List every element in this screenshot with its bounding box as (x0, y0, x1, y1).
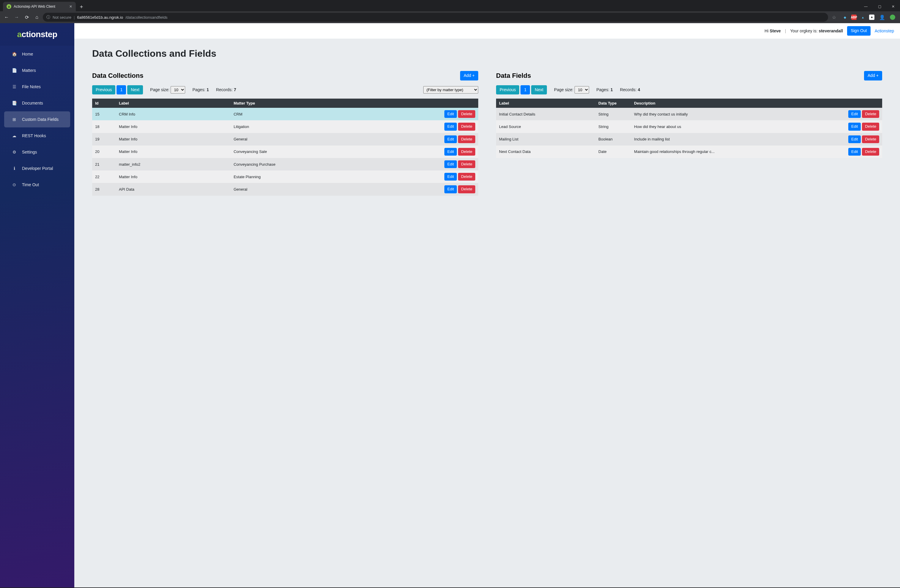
delete-button[interactable]: Delete (862, 123, 879, 130)
ext-square-icon[interactable]: ✦ (869, 15, 874, 20)
fields-add-button[interactable]: Add + (864, 71, 882, 80)
reload-button[interactable]: ⟳ (23, 13, 31, 22)
table-row[interactable]: Next Contact DataDateMaintain good relat… (496, 145, 882, 158)
fields-prev-button[interactable]: Previous (496, 85, 519, 95)
nav-icon: 📄 (11, 68, 17, 73)
cell-datatype: String (595, 120, 631, 133)
edit-button[interactable]: Edit (444, 123, 457, 130)
two-column: Data Collections Add + Previous 1 Next P… (92, 71, 882, 196)
cell-id: 15 (92, 108, 116, 120)
sidebar-item-label: Home (22, 52, 33, 56)
collections-add-button[interactable]: Add + (460, 71, 478, 80)
table-row[interactable]: 19Matter InfoGeneralEditDelete (92, 133, 478, 145)
fields-next-button[interactable]: Next (531, 85, 547, 95)
table-row[interactable]: 28API DataGeneralEditDelete (92, 183, 478, 195)
collections-table: Id Label Matter Type 15CRM InfoCRMEditDe… (92, 99, 478, 195)
cell-mattertype: Conveyancing Purchase (231, 158, 431, 170)
delete-button[interactable]: Delete (458, 185, 475, 193)
sidebar-item-developer-portal[interactable]: ℹDeveloper Portal (4, 160, 70, 176)
delete-button[interactable]: Delete (862, 110, 879, 118)
sidebar-item-rest-hooks[interactable]: ☁REST Hooks (4, 128, 70, 144)
collections-pagesize-select[interactable]: 10 (171, 86, 185, 94)
close-tab-icon[interactable]: ✕ (69, 5, 72, 9)
table-row[interactable]: Mailing ListBooleanInclude in mailing li… (496, 133, 882, 145)
edit-button[interactable]: Edit (444, 110, 457, 118)
logo[interactable]: actionstep (0, 23, 74, 46)
sidebar-item-file-notes[interactable]: ☰File Notes (4, 79, 70, 95)
cell-mattertype: Litigation (231, 120, 431, 133)
edit-button[interactable]: Edit (848, 123, 861, 130)
maximize-button[interactable]: ▢ (873, 2, 886, 11)
edit-button[interactable]: Edit (444, 160, 457, 168)
delete-button[interactable]: Delete (458, 160, 475, 168)
sidebar-item-time-out[interactable]: ⊙Time Out (4, 177, 70, 193)
sidebar-item-label: Matters (22, 68, 36, 73)
browser-tab[interactable]: a Actionstep API Web Client ✕ (3, 2, 76, 11)
sidebar-item-matters[interactable]: 📄Matters (4, 62, 70, 78)
edit-button[interactable]: Edit (848, 148, 861, 156)
col-label-f: Label (496, 99, 595, 108)
collections-toolbar: Previous 1 Next Page size: 10 Pages: 1 (92, 85, 478, 95)
back-button[interactable]: ← (2, 13, 11, 22)
forward-button[interactable]: → (12, 13, 21, 22)
close-window-button[interactable]: ✕ (886, 2, 900, 11)
edit-button[interactable]: Edit (444, 135, 457, 143)
edit-button[interactable]: Edit (444, 173, 457, 181)
edit-button[interactable]: Edit (444, 148, 457, 156)
cell-label: Lead Source (496, 120, 595, 133)
profile-icon[interactable]: 👤 (878, 13, 886, 22)
avatar-dot-icon[interactable] (890, 15, 895, 20)
sidebar-item-label: Settings (22, 150, 37, 155)
collections-prev-button[interactable]: Previous (92, 85, 115, 95)
table-row[interactable]: 22Matter InfoEstate PlanningEditDelete (92, 170, 478, 183)
favicon-icon: a (6, 4, 11, 9)
sidebar-item-documents[interactable]: 📑Documents (4, 95, 70, 111)
fields-pagesize-select[interactable]: 10 (574, 86, 589, 94)
delete-button[interactable]: Delete (862, 148, 879, 156)
ext-badge-icon[interactable]: ▲ (860, 15, 866, 20)
cell-id: 20 (92, 145, 116, 158)
sidebar-item-home[interactable]: 🏠Home (4, 46, 70, 62)
sidebar-item-custom-data-fields[interactable]: ⊞Custom Data Fields (4, 111, 70, 127)
delete-button[interactable]: Delete (458, 173, 475, 181)
minimize-button[interactable]: — (859, 2, 873, 11)
new-tab-button[interactable]: ＋ (76, 2, 87, 11)
cell-id: 18 (92, 120, 116, 133)
delete-button[interactable]: Delete (458, 148, 475, 156)
collections-next-button[interactable]: Next (127, 85, 143, 95)
home-button[interactable]: ⌂ (33, 13, 41, 22)
edit-button[interactable]: Edit (848, 135, 861, 143)
signout-button[interactable]: Sign Out (847, 26, 870, 36)
window-controls: — ▢ ✕ (859, 2, 900, 11)
delete-button[interactable]: Delete (458, 123, 475, 130)
cell-datatype: Boolean (595, 133, 631, 145)
content: Data Collections and Fields Data Collect… (74, 39, 900, 205)
ext-abp-icon[interactable]: ABP (851, 15, 857, 20)
cell-datatype: String (595, 108, 631, 120)
table-row[interactable]: 18Matter InfoLitigationEditDelete (92, 120, 478, 133)
delete-button[interactable]: Delete (458, 110, 475, 118)
table-row[interactable]: Initial Contact DetailsStringWhy did the… (496, 108, 882, 120)
edit-button[interactable]: Edit (848, 110, 861, 118)
edit-button[interactable]: Edit (444, 185, 457, 193)
cell-id: 21 (92, 158, 116, 170)
cell-label: API Data (116, 183, 231, 195)
fields-page-1[interactable]: 1 (520, 85, 530, 95)
table-row[interactable]: 15CRM InfoCRMEditDelete (92, 108, 478, 120)
table-row[interactable]: 21matter_info2Conveyancing PurchaseEditD… (92, 158, 478, 170)
url-box[interactable]: ⓘ Not secure | 6a86561e5d1b.au.ngrok.io/… (43, 13, 828, 22)
collections-page-1[interactable]: 1 (116, 85, 126, 95)
delete-button[interactable]: Delete (458, 135, 475, 143)
star-icon[interactable]: ☆ (830, 13, 838, 22)
brand-link[interactable]: Actionstep (875, 28, 894, 33)
main-area: Hi Steve | Your orgkey is: steverandall … (74, 23, 900, 587)
sidebar-item-label: File Notes (22, 84, 41, 89)
table-row[interactable]: 20Matter InfoConveyancing SaleEditDelete (92, 145, 478, 158)
cell-mattertype: General (231, 183, 431, 195)
table-row[interactable]: Lead SourceStringHow did they hear about… (496, 120, 882, 133)
sidebar-item-settings[interactable]: ⚙Settings (4, 144, 70, 160)
app-viewport: actionstep 🏠Home📄Matters☰File Notes📑Docu… (0, 23, 900, 587)
delete-button[interactable]: Delete (862, 135, 879, 143)
collections-filter-select[interactable]: (Filter by matter type) (423, 86, 478, 94)
ext-diamond-icon[interactable]: ◈ (843, 15, 848, 20)
